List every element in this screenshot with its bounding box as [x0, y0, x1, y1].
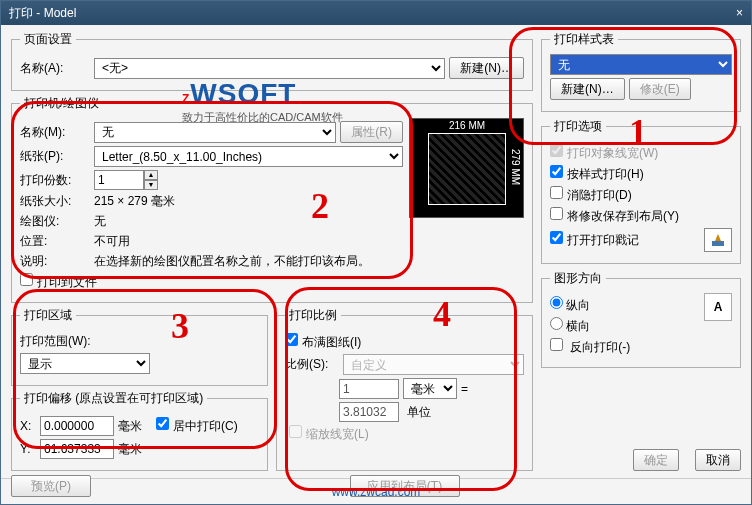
portrait-radio[interactable]: 纵向 [550, 296, 590, 314]
copies-label: 打印份数: [20, 172, 90, 189]
landscape-radio[interactable]: 横向 [550, 317, 590, 335]
opt-savechanges-check[interactable]: 将修改保存到布局(Y) [550, 207, 679, 225]
paper-label: 纸张(P): [20, 148, 90, 165]
style-new-button[interactable]: 新建(N)… [550, 78, 625, 100]
scale-num2 [339, 402, 399, 422]
plotter-label: 绘图仪: [20, 213, 90, 230]
opt-lineweight-check: 打印对象线宽(W) [550, 144, 658, 162]
window-title: 打印 - Model [9, 5, 76, 22]
orientation-group: 图形方向 纵向 横向 反向打印(-) A [541, 270, 741, 368]
stamp-icon [710, 232, 726, 248]
position-value: 不可用 [94, 233, 130, 250]
printer-name-label: 名称(M): [20, 124, 90, 141]
print-to-file-check[interactable]: 打印到文件 [20, 273, 97, 291]
scale-unit1[interactable]: 毫米 [403, 378, 457, 399]
plotter-value: 无 [94, 213, 106, 230]
style-table-select[interactable]: 无 [550, 54, 732, 75]
footer-url: www.zwcad.com [332, 485, 421, 499]
print-offset-group: 打印偏移 (原点设置在可打印区域) X: 毫米 居中打印(C) Y: 毫米 [11, 390, 268, 471]
cancel-button[interactable]: 取消 [695, 449, 741, 471]
opt-hidden-check[interactable]: 消隐打印(D) [550, 186, 632, 204]
ratio-select: 自定义 [343, 354, 524, 375]
desc-value: 在选择新的绘图仪配置名称之前，不能打印该布局。 [94, 253, 403, 270]
page-setup-legend: 页面设置 [20, 31, 76, 48]
ratio-label: 比例(S): [285, 356, 339, 373]
page-name-label: 名称(A): [20, 60, 90, 77]
preview-button: 预览(P) [11, 475, 91, 497]
print-area-group: 打印区域 打印范围(W): 显示 [11, 307, 268, 386]
paper-select[interactable]: Letter_(8.50_x_11.00_Inches) [94, 146, 403, 167]
range-select[interactable]: 显示 [20, 353, 150, 374]
stamp-settings-button[interactable] [704, 228, 732, 252]
scale-num1 [339, 379, 399, 399]
paper-size-value: 215 × 279 毫米 [94, 193, 175, 210]
range-label: 打印范围(W): [20, 333, 91, 350]
svg-rect-0 [712, 241, 724, 246]
center-print-check[interactable]: 居中打印(C) [156, 417, 238, 435]
scale-legend: 打印比例 [285, 307, 341, 324]
orient-legend: 图形方向 [550, 270, 606, 287]
fit-paper-check[interactable]: 布满图纸(I) [285, 333, 361, 351]
style-table-group: 打印样式表 无 新建(N)… 修改(E) [541, 31, 741, 112]
y-unit: 毫米 [118, 441, 142, 458]
printer-legend: 打印机/绘图仪 [20, 95, 103, 112]
page-new-button[interactable]: 新建(N)… [449, 57, 524, 79]
close-icon[interactable]: × [736, 6, 743, 20]
print-scale-group: 打印比例 布满图纸(I) 比例(S): 自定义 毫米 = [276, 307, 533, 471]
page-setup-group: 页面设置 名称(A): <无> 新建(N)… ZWSOFT 致力于高性价比的CA… [11, 31, 533, 91]
print-area-legend: 打印区域 [20, 307, 76, 324]
printer-name-select[interactable]: 无 [94, 122, 336, 143]
titlebar: 打印 - Model × [1, 1, 751, 25]
spin-down-icon[interactable]: ▼ [144, 180, 158, 190]
printer-props-button: 属性(R) [340, 121, 403, 143]
print-options-group: 打印选项 打印对象线宽(W) 按样式打印(H) 消隐打印(D) 将修改保存到布局… [541, 118, 741, 264]
style-edit-button: 修改(E) [629, 78, 691, 100]
opt-bystyle-check[interactable]: 按样式打印(H) [550, 165, 644, 183]
options-legend: 打印选项 [550, 118, 606, 135]
y-label: Y: [20, 442, 36, 456]
offset-legend: 打印偏移 (原点设置在可打印区域) [20, 390, 207, 407]
x-label: X: [20, 419, 36, 433]
ok-button: 确定 [633, 449, 679, 471]
spin-up-icon[interactable]: ▲ [144, 170, 158, 180]
desc-label: 说明: [20, 253, 90, 270]
scale-unit2: 单位 [403, 404, 457, 421]
paper-size-label: 纸张大小: [20, 193, 90, 210]
scale-lineweight-check: 缩放线宽(L) [289, 425, 369, 443]
position-label: 位置: [20, 233, 90, 250]
equals: = [461, 382, 468, 396]
preview-height: 279 MM [510, 149, 521, 185]
paper-preview: 216 MM 279 MM [409, 118, 524, 218]
x-input[interactable] [40, 416, 114, 436]
opt-stamp-check[interactable]: 打开打印戳记 [550, 231, 639, 249]
reverse-check[interactable]: 反向打印(-) [550, 338, 630, 356]
x-unit: 毫米 [118, 418, 142, 435]
orientation-icon: A [704, 293, 732, 321]
print-dialog: 打印 - Model × 页面设置 名称(A): <无> 新建(N)… ZWSO… [0, 0, 752, 505]
printer-group: 打印机/绘图仪 名称(M): 无 属性(R) 纸张(P): Letter_(8.… [11, 95, 533, 303]
page-name-select[interactable]: <无> [94, 58, 445, 79]
preview-width: 216 MM [430, 120, 504, 131]
y-input[interactable] [40, 439, 114, 459]
copies-input[interactable] [94, 170, 144, 190]
style-table-legend: 打印样式表 [550, 31, 618, 48]
copies-stepper[interactable]: ▲▼ [94, 170, 158, 190]
